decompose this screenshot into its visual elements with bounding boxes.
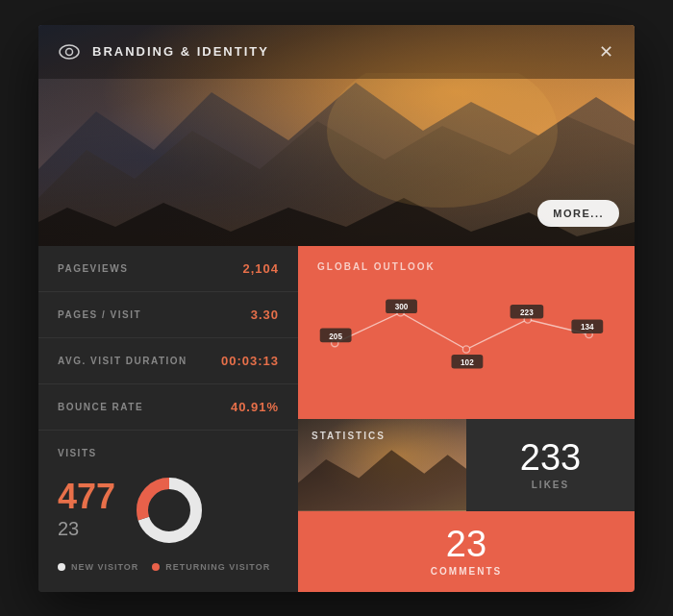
visits-section: VISITS 477 23 xyxy=(38,431,298,589)
legend-label-returning: RETURNING VISITOR xyxy=(165,562,270,572)
global-outlook-label: GLOBAL OUTLOOK xyxy=(317,261,615,272)
comments-number: 23 xyxy=(446,526,486,562)
bounce-rate-label: BOUNCE RATE xyxy=(58,402,143,412)
statistics-image: STATISTICS xyxy=(298,419,466,512)
visits-small-number: 23 xyxy=(58,518,115,540)
visits-big-number: 477 xyxy=(58,480,115,514)
avg-duration-value: 00:03:13 xyxy=(221,354,279,368)
svg-point-5 xyxy=(66,48,73,55)
main-card: BRANDING & IDENTITY ✕ MORE... PAGEVIEWS … xyxy=(38,25,635,592)
hero-section: BRANDING & IDENTITY ✕ MORE... xyxy=(38,25,635,246)
chart-legend: NEW VISITOR RETURNING VISITOR xyxy=(58,562,279,572)
visits-numbers: 477 23 xyxy=(58,480,115,540)
left-panel: PAGEVIEWS 2,104 PAGES / VISIT 3.30 AVG. … xyxy=(38,246,298,592)
visits-label: VISITS xyxy=(58,448,279,458)
stats-section: PAGEVIEWS 2,104 PAGES / VISIT 3.30 AVG. … xyxy=(38,246,298,431)
pages-per-visit-label: PAGES / VISIT xyxy=(58,309,141,320)
stat-row-bounce-rate: BOUNCE RATE 40.91% xyxy=(38,384,298,431)
close-button[interactable]: ✕ xyxy=(594,40,617,63)
legend-dot-returning xyxy=(152,563,160,571)
bounce-rate-value: 40.91% xyxy=(231,400,279,414)
svg-text:223: 223 xyxy=(520,308,534,316)
stat-row-pages-visit: PAGES / VISIT 3.30 xyxy=(38,292,298,338)
likes-box: 233 LIKES xyxy=(466,419,635,512)
global-outlook-section: GLOBAL OUTLOOK 205 xyxy=(298,246,635,419)
svg-text:205: 205 xyxy=(329,332,342,340)
right-panel: GLOBAL OUTLOOK 205 xyxy=(298,246,635,592)
pages-per-visit-value: 3.30 xyxy=(251,308,279,322)
avg-duration-label: AVG. VISIT DURATION xyxy=(58,356,187,366)
statistics-label: STATISTICS xyxy=(312,431,386,441)
pageviews-label: PAGEVIEWS xyxy=(58,263,128,274)
line-chart-area: 205 300 102 223 134 xyxy=(317,291,615,378)
likes-number: 233 xyxy=(520,439,581,476)
likes-label: LIKES xyxy=(532,480,569,490)
svg-text:102: 102 xyxy=(461,357,474,366)
donut-chart xyxy=(131,472,208,549)
bottom-section: PAGEVIEWS 2,104 PAGES / VISIT 3.30 AVG. … xyxy=(38,246,635,592)
line-chart-svg: 205 300 102 223 134 xyxy=(317,291,615,378)
legend-item-returning: RETURNING VISITOR xyxy=(152,562,270,572)
legend-label-new: NEW VISITOR xyxy=(71,562,138,572)
svg-point-4 xyxy=(60,45,79,59)
stats-lower-section: STATISTICS 233 LIKES 23 COMMENTS xyxy=(298,419,635,592)
donut-svg xyxy=(131,472,208,549)
legend-item-new: NEW VISITOR xyxy=(58,562,138,572)
stats-mountain-svg xyxy=(298,446,466,511)
svg-point-11 xyxy=(462,345,469,352)
hero-title-group: BRANDING & IDENTITY xyxy=(56,38,269,65)
visits-content: 477 23 xyxy=(58,472,279,549)
svg-text:134: 134 xyxy=(581,323,594,332)
svg-marker-24 xyxy=(298,451,466,511)
svg-text:300: 300 xyxy=(395,303,409,311)
legend-dot-new xyxy=(58,563,65,571)
hero-title: BRANDING & IDENTITY xyxy=(92,44,269,59)
stat-row-avg-duration: AVG. VISIT DURATION 00:03:13 xyxy=(38,338,298,384)
more-button[interactable]: MORE... xyxy=(537,200,619,227)
pageviews-value: 2,104 xyxy=(242,261,279,276)
stat-row-pageviews: PAGEVIEWS 2,104 xyxy=(38,246,298,292)
hero-header: BRANDING & IDENTITY ✕ xyxy=(38,25,635,79)
comments-box: 23 COMMENTS xyxy=(298,511,635,592)
comments-label: COMMENTS xyxy=(431,566,502,577)
eye-icon xyxy=(56,38,83,65)
